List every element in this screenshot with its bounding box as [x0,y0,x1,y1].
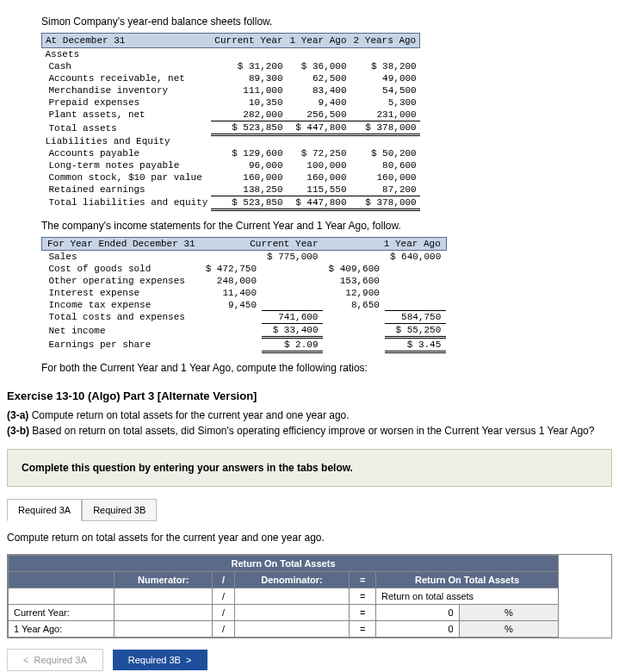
prev-button[interactable]: < Required 3A [7,649,103,671]
chevron-left-icon: < [23,655,28,665]
assets-header: Assets [42,48,212,61]
q3b-label: (3-b) [7,425,29,437]
numerator-input-1y[interactable] [115,621,213,638]
denominator-select-blank[interactable] [234,588,350,605]
bs-col2: 1 Year Ago [287,34,350,48]
le-header: Liabilities and Equity [42,135,212,147]
numerator-input-cy[interactable] [115,605,213,621]
percent-icon: % [459,621,558,638]
roa-table-wrap: Return On Total Assets Numerator: / Deno… [7,554,612,638]
bs-cash-l: Cash [42,60,212,72]
bs-col0: At December 31 [42,34,212,48]
row-current-year-l: Current Year: [9,605,115,621]
result-sub: Return on total assets [376,588,559,605]
exercise-title: Exercise 13-10 (Algo) Part 3 [Alternate … [7,389,612,402]
chevron-right-icon: > [186,655,191,665]
tab-bar: Required 3ARequired 3B [7,499,612,521]
q3b-text: Based on return on total assets, did Sim… [32,425,594,437]
result-header: Return On Total Assets [376,572,559,588]
tab-required-3b[interactable]: Required 3B [82,499,157,521]
percent-icon: % [459,605,558,621]
balance-sheet: At December 31Current Year1 Year Ago2 Ye… [41,33,612,211]
bs-col1: Current Year [211,34,286,48]
numerator-header: Numerator: [115,572,213,588]
tab-instruction: Compute return on total assets for the c… [7,532,612,544]
income-statement: For Year Ended December 31Current Year1 … [41,237,447,354]
tab-required-3a[interactable]: Required 3A [7,499,82,521]
roa-title: Return On Total Assets [9,556,559,572]
numerator-select-blank[interactable] [115,588,213,605]
result-cy[interactable]: 0 [376,605,460,621]
equals-icon: = [350,572,376,588]
row-1-year-ago-l: 1 Year Ago: [9,621,115,638]
nav-buttons: < Required 3A Required 3B > [7,649,612,671]
bs-col3: 2 Years Ago [350,34,420,48]
denominator-input-1y[interactable] [234,621,350,638]
income-intro: The company's income statements for the … [41,220,612,232]
denominator-input-cy[interactable] [234,605,350,621]
intro-text: Simon Company's year-end balance sheets … [41,16,612,28]
q3a-label: (3-a) [7,409,28,421]
slash-icon: / [213,572,234,588]
complete-instruction: Complete this question by entering your … [7,449,612,487]
result-1y[interactable]: 0 [376,621,460,638]
ratio-instr: For both the Current Year and 1 Year Ago… [41,362,612,374]
denominator-header: Denominator: [234,572,350,588]
next-button[interactable]: Required 3B > [113,650,207,670]
q3a-text: Compute return on total assets for the c… [32,409,350,421]
